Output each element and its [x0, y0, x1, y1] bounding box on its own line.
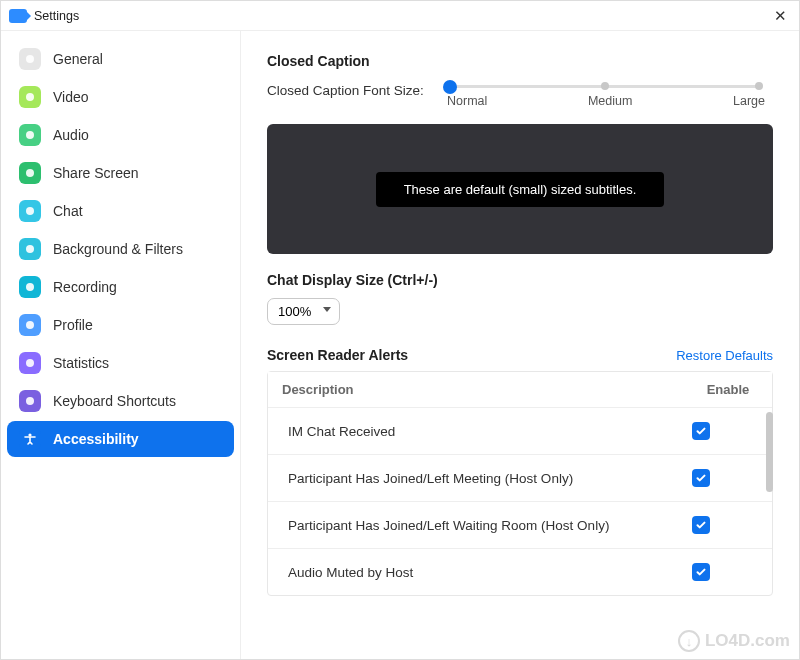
close-button[interactable]: ✕	[770, 7, 791, 25]
sidebar-item-statistics[interactable]: Statistics	[7, 345, 234, 381]
alert-enable-checkbox[interactable]	[692, 469, 710, 487]
svg-point-1	[26, 93, 34, 101]
sidebar-icon	[19, 390, 41, 412]
watermark-text: LO4D.com	[705, 631, 790, 651]
sidebar-item-label: Audio	[53, 127, 89, 143]
column-enable: Enable	[698, 382, 758, 397]
alert-enable-checkbox[interactable]	[692, 516, 710, 534]
alert-enable-checkbox[interactable]	[692, 563, 710, 581]
sidebar-icon	[19, 124, 41, 146]
sidebar-item-recording[interactable]: Recording	[7, 269, 234, 305]
sidebar-item-chat[interactable]: Chat	[7, 193, 234, 229]
sidebar-icon	[19, 352, 41, 374]
sidebar-icon	[19, 314, 41, 336]
svg-point-9	[26, 397, 34, 405]
svg-point-10	[28, 433, 31, 436]
column-description: Description	[282, 382, 698, 397]
sidebar-item-video[interactable]: Video	[7, 79, 234, 115]
sidebar-item-keyboard-shortcuts[interactable]: Keyboard Shortcuts	[7, 383, 234, 419]
sidebar-item-label: Profile	[53, 317, 93, 333]
alert-enable-checkbox[interactable]	[692, 422, 710, 440]
sidebar-item-label: Keyboard Shortcuts	[53, 393, 176, 409]
sidebar-item-profile[interactable]: Profile	[7, 307, 234, 343]
alert-row: IM Chat Received	[268, 408, 772, 455]
alert-row: Participant Has Joined/Left Waiting Room…	[268, 502, 772, 549]
sidebar-icon	[19, 162, 41, 184]
sidebar-item-label: Share Screen	[53, 165, 139, 181]
chat-display-size-value: 100%	[278, 304, 311, 319]
alert-description: Participant Has Joined/Left Meeting (Hos…	[288, 471, 692, 486]
restore-defaults-link[interactable]: Restore Defaults	[676, 348, 773, 363]
alert-description: Audio Muted by Host	[288, 565, 692, 580]
sidebar-item-label: Accessibility	[53, 431, 139, 447]
caption-preview: These are default (small) sized subtitle…	[267, 124, 773, 254]
sidebar-item-general[interactable]: General	[7, 41, 234, 77]
closed-caption-heading: Closed Caption	[267, 53, 773, 69]
sidebar-icon	[19, 86, 41, 108]
svg-point-0	[26, 55, 34, 63]
sidebar-item-label: General	[53, 51, 103, 67]
sidebar-icon	[19, 276, 41, 298]
sidebar-item-label: Statistics	[53, 355, 109, 371]
sidebar-item-accessibility[interactable]: Accessibility	[7, 421, 234, 457]
alerts-scrollbar[interactable]	[766, 412, 773, 492]
alert-description: IM Chat Received	[288, 424, 692, 439]
slider-option-normal: Normal	[447, 94, 487, 108]
slider-option-labels: Normal Medium Large	[447, 94, 773, 108]
closed-caption-size-slider[interactable]: Normal Medium Large	[447, 79, 773, 116]
alert-row: Participant Has Joined/Left Meeting (Hos…	[268, 455, 772, 502]
watermark-icon: ↓	[678, 630, 700, 652]
slider-thumb[interactable]	[443, 80, 457, 94]
watermark: ↓ LO4D.com	[678, 630, 790, 652]
closed-caption-size-row: Closed Caption Font Size: Normal Medium …	[267, 79, 773, 116]
settings-window: Settings ✕ General Video Audio Share Scr…	[0, 0, 800, 660]
sidebar-icon	[19, 238, 41, 260]
sidebar-icon	[19, 48, 41, 70]
alerts-table: Description Enable IM Chat Received Part…	[267, 371, 773, 596]
svg-point-5	[26, 245, 34, 253]
svg-point-6	[26, 283, 34, 291]
alert-description: Participant Has Joined/Left Waiting Room…	[288, 518, 692, 533]
slider-option-large: Large	[733, 94, 765, 108]
slider-option-medium: Medium	[588, 94, 632, 108]
svg-point-3	[26, 169, 34, 177]
window-body: General Video Audio Share Screen Chat Ba…	[1, 31, 799, 659]
closed-caption-size-label: Closed Caption Font Size:	[267, 79, 447, 98]
chevron-down-icon	[323, 307, 331, 312]
sidebar-item-label: Chat	[53, 203, 83, 219]
sidebar-item-label: Background & Filters	[53, 241, 183, 257]
sidebar-icon	[19, 200, 41, 222]
sidebar: General Video Audio Share Screen Chat Ba…	[1, 31, 241, 659]
chat-display-heading: Chat Display Size (Ctrl+/-)	[267, 272, 773, 288]
svg-point-8	[26, 359, 34, 367]
window-title: Settings	[34, 9, 79, 23]
svg-point-7	[26, 321, 34, 329]
sidebar-item-label: Recording	[53, 279, 117, 295]
sidebar-icon	[19, 428, 41, 450]
sidebar-item-label: Video	[53, 89, 89, 105]
alerts-table-head: Description Enable	[268, 372, 772, 408]
titlebar: Settings ✕	[1, 1, 799, 31]
svg-point-4	[26, 207, 34, 215]
sidebar-item-background-filters[interactable]: Background & Filters	[7, 231, 234, 267]
caption-preview-text: These are default (small) sized subtitle…	[376, 172, 665, 207]
sidebar-item-audio[interactable]: Audio	[7, 117, 234, 153]
alert-row: Audio Muted by Host	[268, 549, 772, 595]
alerts-heading: Screen Reader Alerts	[267, 347, 408, 363]
chat-display-size-select[interactable]: 100%	[267, 298, 340, 325]
alerts-header-row: Screen Reader Alerts Restore Defaults	[267, 347, 773, 363]
svg-point-2	[26, 131, 34, 139]
sidebar-item-share-screen[interactable]: Share Screen	[7, 155, 234, 191]
app-icon	[9, 9, 27, 23]
main-panel: Closed Caption Closed Caption Font Size:…	[241, 31, 799, 659]
